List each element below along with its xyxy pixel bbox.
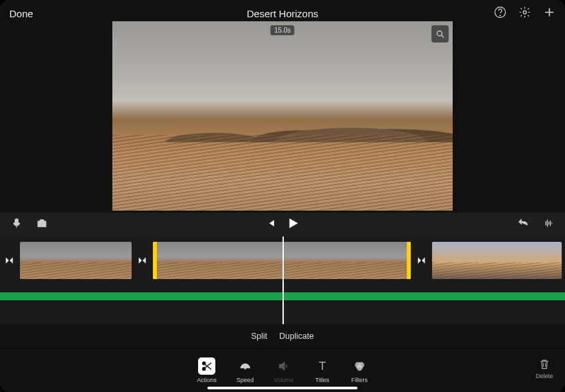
duration-badge: 15.0s xyxy=(271,25,294,35)
tool-label: Volume xyxy=(274,377,294,383)
toolbar: Actions Speed Volume Titles Filters xyxy=(0,348,565,392)
add-icon[interactable] xyxy=(543,6,556,21)
svg-point-7 xyxy=(203,367,205,370)
previous-icon[interactable] xyxy=(265,218,276,231)
delete-button[interactable]: Delete xyxy=(536,357,553,379)
tool-label: Filters xyxy=(352,377,368,383)
transition-handle[interactable] xyxy=(3,242,16,279)
tool-label: Titles xyxy=(315,377,329,383)
transition-handle[interactable] xyxy=(136,242,149,279)
speedometer-icon xyxy=(237,357,254,375)
zoom-button[interactable] xyxy=(431,25,449,43)
filters-icon xyxy=(351,357,368,375)
text-icon xyxy=(314,357,331,375)
clip-1[interactable] xyxy=(20,242,132,279)
camera-icon[interactable] xyxy=(36,217,48,232)
waveform-icon[interactable] xyxy=(542,217,554,232)
tool-label: Actions xyxy=(197,377,217,383)
svg-point-2 xyxy=(523,11,526,14)
playhead[interactable] xyxy=(282,237,284,324)
settings-icon[interactable] xyxy=(518,6,531,21)
tool-titles[interactable]: Titles xyxy=(314,357,331,383)
mic-icon[interactable] xyxy=(11,217,23,232)
project-title: Desert Horizons xyxy=(247,8,318,19)
svg-point-3 xyxy=(437,31,442,36)
preview-area: 15.0s xyxy=(0,27,565,213)
delete-label: Delete xyxy=(536,373,553,379)
clip-actions-row: Split Duplicate xyxy=(0,324,565,348)
tool-volume[interactable]: Volume xyxy=(274,357,294,383)
done-button[interactable]: Done xyxy=(9,8,33,19)
tool-speed[interactable]: Speed xyxy=(237,357,254,383)
clip-3[interactable] xyxy=(432,242,562,279)
transition-handle[interactable] xyxy=(415,242,428,279)
duplicate-button[interactable]: Duplicate xyxy=(279,332,314,341)
tool-actions[interactable]: Actions xyxy=(197,357,217,383)
speaker-icon xyxy=(275,357,292,375)
split-button[interactable]: Split xyxy=(251,332,267,341)
transport-bar xyxy=(0,213,565,237)
video-preview[interactable]: 15.0s xyxy=(112,21,453,211)
svg-point-6 xyxy=(203,362,205,365)
svg-point-1 xyxy=(500,15,501,15)
scissors-icon xyxy=(198,357,215,375)
help-icon[interactable] xyxy=(494,6,507,21)
home-indicator xyxy=(207,387,358,389)
svg-point-8 xyxy=(245,367,246,369)
clip-2-selected[interactable] xyxy=(153,242,411,279)
undo-icon[interactable] xyxy=(517,217,529,232)
svg-point-11 xyxy=(357,365,362,370)
trash-icon xyxy=(538,357,551,371)
svg-point-5 xyxy=(41,222,44,225)
tool-filters[interactable]: Filters xyxy=(351,357,368,383)
play-icon[interactable] xyxy=(285,216,300,233)
tool-label: Speed xyxy=(237,377,254,383)
timeline[interactable] xyxy=(0,237,565,324)
